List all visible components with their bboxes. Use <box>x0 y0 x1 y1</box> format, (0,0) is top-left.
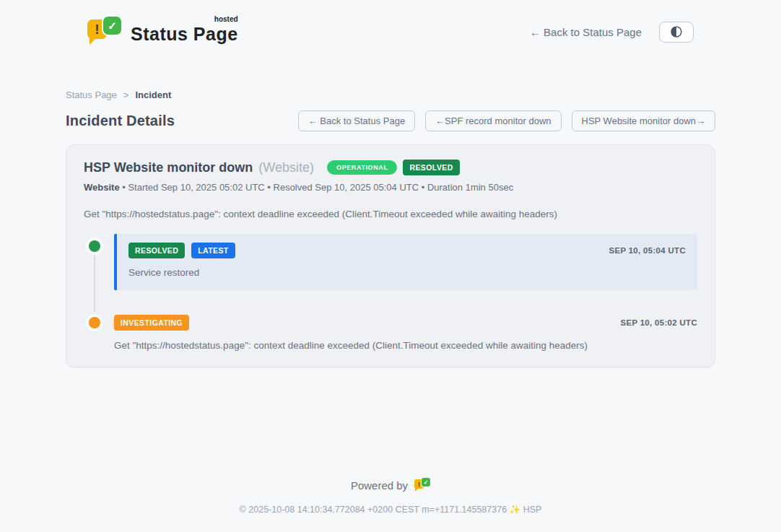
timeline-badges: INVESTIGATING <box>114 315 189 331</box>
timeline-timestamp: SEP 10, 05:02 UTC <box>620 318 697 327</box>
mini-logo-check-icon: ✓ <box>422 478 430 487</box>
timeline-entry-investigating: INVESTIGATING SEP 10, 05:02 UTC Get "htt… <box>84 315 697 351</box>
timeline-dot-resolved <box>89 240 100 252</box>
resolved-badge: RESOLVED <box>128 243 185 258</box>
back-to-status-page-button[interactable]: ← Back to Status Page <box>298 110 415 131</box>
timeline-update-header: RESOLVED LATEST SEP 10, 05:04 UTC <box>128 243 686 258</box>
main-content: Status Page > Incident Incident Details … <box>66 52 715 367</box>
breadcrumb: Status Page > Incident <box>66 90 715 100</box>
incident-timeline: RESOLVED LATEST SEP 10, 05:04 UTC Servic… <box>84 238 697 351</box>
back-to-status-page-link[interactable]: ← Back to Status Page <box>530 26 642 38</box>
incident-meta: Website • Started Sep 10, 2025 05:02 UTC… <box>84 182 697 193</box>
title-row: Incident Details ← Back to Status Page ←… <box>66 110 715 131</box>
latest-badge: LATEST <box>191 243 235 258</box>
timeline-badges: RESOLVED LATEST <box>128 243 235 258</box>
timeline-timestamp: SEP 10, 05:04 UTC <box>608 246 686 255</box>
timeline-update-latest: RESOLVED LATEST SEP 10, 05:04 UTC Servic… <box>114 234 697 290</box>
footer: Powered by ! ✓ © 2025-10-08 14:10:34.772… <box>0 478 781 532</box>
incident-description: Get "https://hostedstatus.page": context… <box>84 209 697 219</box>
powered-by: Powered by ! ✓ <box>0 478 781 492</box>
investigating-badge: INVESTIGATING <box>114 315 189 331</box>
contrast-icon <box>669 25 684 39</box>
statuspage-logo[interactable]: ! ✓ Status Page hosted <box>87 17 238 47</box>
timeline-message: Get "https://hostedstatus.page": context… <box>114 340 697 351</box>
timeline-message: Service restored <box>128 267 686 278</box>
incident-card: HSP Website monitor down (Website) OPERA… <box>66 144 715 367</box>
statuspage-logo-icon: ! ✓ <box>87 17 122 47</box>
operational-status-badge: OPERATIONAL <box>327 160 397 175</box>
copyright-text: © 2025-10-08 14:10:34.772084 +0200 CEST … <box>0 504 781 515</box>
page-title: Incident Details <box>66 113 175 129</box>
statuspage-mini-logo-icon[interactable]: ! ✓ <box>414 478 430 492</box>
next-incident-button[interactable]: HSP Website monitor down→ <box>572 110 715 131</box>
incident-title: HSP Website monitor down <box>84 160 253 175</box>
logo-text: Status Page <box>131 24 238 44</box>
resolved-state-badge: RESOLVED <box>403 160 459 175</box>
incident-card-header: HSP Website monitor down (Website) OPERA… <box>84 160 697 175</box>
header: ! ✓ Status Page hosted ← Back to Status … <box>66 0 715 52</box>
logo-wordmark: Status Page hosted <box>131 17 238 45</box>
incident-component: (Website) <box>258 160 314 175</box>
logo-check-icon: ✓ <box>103 17 121 35</box>
breadcrumb-separator: > <box>123 90 129 100</box>
incident-nav-buttons: ← Back to Status Page ←SPF record monito… <box>298 110 715 131</box>
powered-by-label: Powered by <box>351 479 408 492</box>
timeline-update-header: INVESTIGATING SEP 10, 05:02 UTC <box>114 315 697 331</box>
prev-incident-button[interactable]: ←SPF record monitor down <box>425 110 561 131</box>
theme-toggle-button[interactable] <box>659 22 694 43</box>
header-actions: ← Back to Status Page <box>530 22 694 43</box>
breadcrumb-status-page[interactable]: Status Page <box>66 90 117 100</box>
incident-meta-times: • Started Sep 10, 2025 05:02 UTC • Resol… <box>122 182 513 193</box>
logo-superscript: hosted <box>214 15 238 23</box>
timeline-dot-investigating <box>89 317 100 328</box>
breadcrumb-incident: Incident <box>135 90 171 100</box>
timeline-update-investigating: INVESTIGATING SEP 10, 05:02 UTC Get "htt… <box>114 315 697 351</box>
timeline-entry-resolved: RESOLVED LATEST SEP 10, 05:04 UTC Servic… <box>84 238 697 290</box>
incident-meta-component: Website <box>84 182 120 193</box>
